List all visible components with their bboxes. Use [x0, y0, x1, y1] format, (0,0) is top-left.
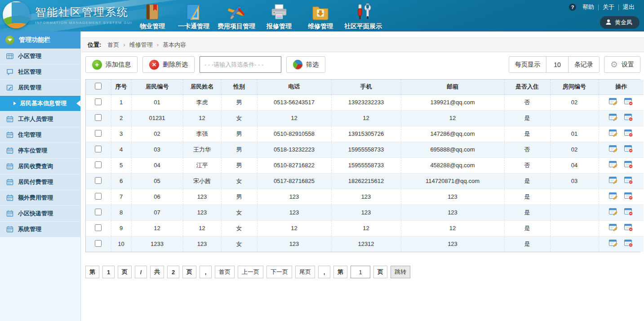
breadcrumb-maintenance[interactable]: 维修管理 [129, 41, 163, 49]
edit-row-icon[interactable] [609, 208, 618, 217]
table-cell: 458288@qq.com [401, 157, 504, 173]
sidebar-item-1[interactable]: 社区管理 [0, 64, 80, 80]
app-subtitle: INFORMATION MANAGEMENT SYSTEM GUI [35, 21, 132, 25]
top-nav: 物业管理 一卡通管理 费用项目管理 报修管理 维修管理 [135, 1, 382, 31]
filter-input[interactable] [200, 56, 281, 73]
calendar-icon [6, 147, 13, 154]
table-cell: 114720871@qq.com [401, 173, 504, 189]
delete-row-icon[interactable] [624, 98, 633, 107]
select-all-checkbox[interactable] [95, 83, 102, 89]
delete-row-icon[interactable] [624, 113, 633, 123]
row-checkbox[interactable] [95, 161, 102, 168]
column-header: 邮箱 [401, 80, 504, 94]
row-checkbox[interactable] [95, 224, 102, 231]
table-cell: 123 [257, 205, 331, 220]
add-info-button[interactable]: + 添加信息 [85, 56, 138, 73]
sidebar-item-10[interactable]: 小区快递管理 [0, 206, 80, 222]
sidebar-item-6[interactable]: 停车位管理 [0, 143, 80, 159]
table-cell: 01 [550, 126, 599, 142]
table-cell: 江平 [183, 157, 221, 173]
nav-item-repair-report[interactable]: 报修管理 [262, 1, 297, 31]
delete-selected-label: 删除所选 [163, 61, 188, 69]
sidebar-item-8[interactable]: 居民付费管理 [0, 174, 80, 190]
edit-row-icon[interactable] [609, 113, 618, 123]
delete-row-icon[interactable] [624, 145, 633, 154]
column-header: 手机 [331, 80, 401, 94]
page-info-segment-2: 页 [118, 266, 132, 278]
about-link[interactable]: 关于 [599, 3, 618, 11]
delete-row-icon[interactable] [624, 160, 633, 170]
sidebar-item-5[interactable]: 住宅管理 [0, 127, 80, 143]
page-info-segment-5: 2 [167, 266, 179, 278]
edit-row-icon[interactable] [609, 160, 618, 170]
sidebar-item-7[interactable]: 居民收费查询 [0, 159, 80, 174]
nav-item-onecard[interactable]: 一卡通管理 [176, 1, 211, 31]
table-cell: 695888@qq.com [401, 142, 504, 157]
delete-row-icon[interactable] [624, 129, 633, 138]
delete-row-icon[interactable] [624, 239, 633, 249]
row-checkbox[interactable] [95, 114, 102, 121]
per-page-input[interactable] [546, 56, 568, 73]
table-cell: 2 [111, 110, 131, 126]
edit-row-icon[interactable] [609, 145, 618, 154]
table-cell: 8 [111, 205, 131, 220]
filter-button[interactable]: 筛选 [286, 56, 325, 73]
edit-row-icon[interactable] [609, 192, 618, 201]
delete-row-icon[interactable] [624, 192, 633, 201]
table-cell: 12 [257, 220, 331, 236]
nav-item-fee-items[interactable]: 费用项目管理 [218, 1, 255, 31]
table-cell: 18262215612 [331, 173, 401, 189]
edit-row-icon[interactable] [609, 223, 618, 233]
sidebar-item-label: 居民收费查询 [18, 162, 53, 170]
first-page-button[interactable]: 首页 [215, 266, 235, 278]
nav-item-community-plan[interactable]: 社区平面展示 [344, 1, 382, 31]
delete-selected-button[interactable]: ✕ 删除所选 [142, 56, 195, 73]
delete-row-icon[interactable] [624, 176, 633, 186]
table-cell: 12 [401, 220, 504, 236]
row-checkbox[interactable] [95, 209, 102, 215]
next-page-button[interactable]: 下一页 [266, 266, 292, 278]
edit-row-icon[interactable] [609, 129, 618, 138]
sidebar-item-11[interactable]: 系统管理 [0, 222, 80, 237]
edit-row-icon[interactable] [609, 176, 618, 186]
page-jump-input[interactable] [351, 266, 370, 278]
current-user-badge[interactable]: 黄金凤 [600, 16, 640, 29]
sidebar-header[interactable]: 管理功能栏 [0, 31, 80, 49]
table-cell: 139921@qq.com [401, 94, 504, 110]
nav-item-property[interactable]: 物业管理 [135, 1, 170, 31]
row-checkbox[interactable] [95, 177, 102, 184]
help-link[interactable]: 帮助 [578, 3, 598, 11]
edit-row-icon[interactable] [609, 239, 618, 249]
sidebar-item-0[interactable]: 小区管理 [0, 49, 80, 64]
prev-page-button[interactable]: 上一页 [238, 266, 263, 278]
delete-row-icon[interactable] [624, 208, 633, 217]
row-checkbox[interactable] [95, 98, 102, 105]
row-checkbox[interactable] [95, 240, 102, 247]
delete-row-icon[interactable] [624, 223, 633, 233]
sidebar-item-4[interactable]: 工作人员管理 [0, 111, 80, 127]
row-checkbox[interactable] [95, 130, 102, 137]
jump-button[interactable]: 跳转 [391, 266, 410, 278]
calendar-icon [6, 178, 13, 186]
sidebar-item-label: 系统管理 [18, 225, 41, 233]
page-info-segment-4: 共 [150, 266, 164, 278]
table-cell: 07 [131, 205, 183, 220]
edit-row-icon[interactable] [609, 98, 618, 107]
last-page-button[interactable]: 尾页 [295, 266, 315, 278]
sidebar-item-2[interactable]: 居民管理 [0, 80, 80, 96]
row-actions-cell [599, 173, 644, 189]
logout-link[interactable]: 退出 [619, 3, 639, 11]
sidebar-subitem-3[interactable]: 居民基本信息管理 [0, 96, 80, 111]
breadcrumb-home[interactable]: 首页 [107, 41, 129, 49]
nav-item-maintenance[interactable]: 维修管理 [303, 1, 338, 31]
residents-table: 序号居民编号居民姓名性别电话手机邮箱是否入住房间编号操作 101李虎男0513-… [85, 79, 640, 252]
table-cell [550, 110, 599, 126]
settings-button[interactable]: ⚙ 设置 [604, 56, 640, 73]
table-row: 101李虎男0513-5624351713923232233139921@qq.… [86, 94, 644, 110]
table-cell [550, 236, 599, 252]
sidebar-item-9[interactable]: 额外费用管理 [0, 190, 80, 206]
table-row: 605宋小茜女0517-8271682518262215612114720871… [86, 173, 644, 189]
row-checkbox[interactable] [95, 193, 102, 200]
page-info-segment-7: , [200, 266, 212, 278]
row-checkbox[interactable] [95, 146, 102, 152]
